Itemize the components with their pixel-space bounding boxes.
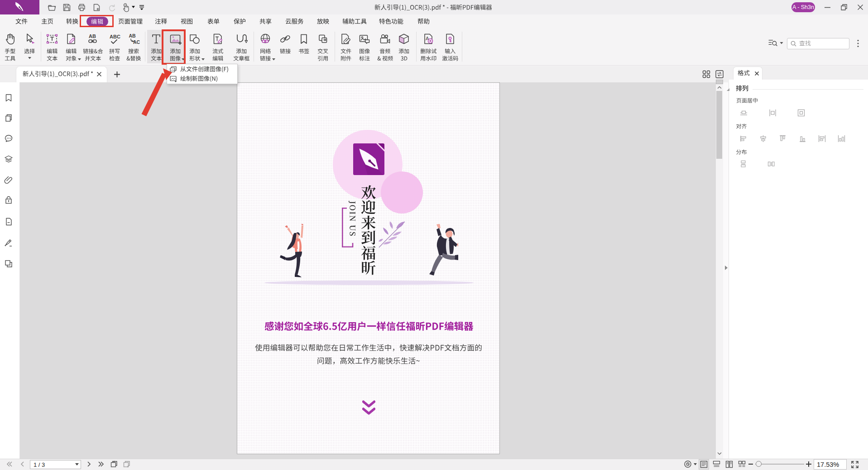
svg-text:AC: AC: [133, 39, 140, 45]
svg-text:AB: AB: [89, 33, 96, 39]
svg-text:ABC: ABC: [110, 34, 120, 39]
svg-text:AB: AB: [129, 33, 136, 38]
